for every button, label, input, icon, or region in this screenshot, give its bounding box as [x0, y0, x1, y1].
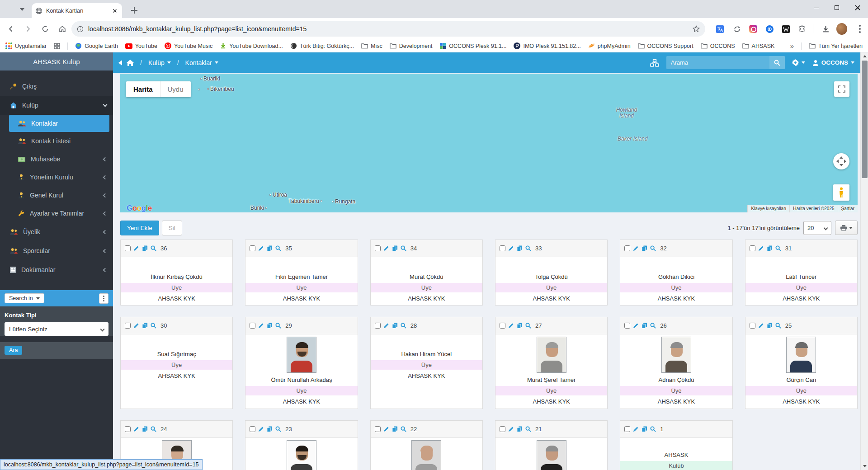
profile-avatar[interactable]	[836, 24, 847, 34]
tab-search-button[interactable]	[16, 4, 28, 15]
breadcrumb-kontaklar[interactable]: Kontaklar	[185, 59, 218, 66]
print-button[interactable]	[835, 221, 858, 235]
bookmark-folder-development[interactable]: Development	[390, 43, 433, 49]
card-checkbox[interactable]	[250, 245, 255, 251]
copy-icon[interactable]	[642, 245, 647, 251]
sidebar-item-dokumanlar[interactable]: Dokümanlar	[0, 260, 113, 279]
browser-menu-icon[interactable]	[854, 24, 865, 34]
bookmark-folder-ahsask[interactable]: AHSASK	[742, 43, 775, 49]
sidebar-item-kontaklar[interactable]: Kontaklar	[9, 115, 109, 132]
scrollbar-thumb[interactable]	[862, 61, 868, 178]
bookmark-folder-occons-support[interactable]: OCCONS Support	[638, 43, 693, 49]
sidebar-item-kulup[interactable]: Kulüp	[0, 96, 113, 115]
home-icon[interactable]	[127, 60, 134, 66]
view-icon[interactable]	[775, 245, 781, 251]
extensions-puzzle-icon[interactable]	[797, 24, 807, 34]
edit-icon[interactable]	[508, 323, 514, 329]
forward-button[interactable]	[22, 23, 34, 35]
edit-icon[interactable]	[133, 323, 139, 329]
grid-shortcut[interactable]	[54, 43, 60, 49]
view-icon[interactable]	[525, 245, 531, 251]
google-logo[interactable]: Google	[127, 204, 152, 212]
sidebar-item-genel-kurul[interactable]: Genel Kurul	[0, 186, 113, 204]
view-icon[interactable]	[401, 323, 406, 329]
search-options-button[interactable]	[99, 293, 108, 304]
search-in-button[interactable]: Search in	[5, 293, 44, 303]
bookmark-youtube-music[interactable]: YouTube Music	[165, 42, 212, 49]
edit-icon[interactable]	[383, 323, 389, 329]
card-checkbox[interactable]	[250, 426, 255, 432]
close-button[interactable]	[847, 0, 868, 15]
card-checkbox[interactable]	[375, 426, 381, 432]
copy-icon[interactable]	[642, 323, 647, 329]
bookmark-phpmyadmin[interactable]: phpMyAdmin	[588, 42, 631, 49]
copy-icon[interactable]	[267, 245, 273, 251]
view-icon[interactable]	[525, 323, 531, 329]
edit-icon[interactable]	[258, 245, 264, 251]
bookmark-folder-occons[interactable]: OCCONS	[701, 43, 735, 49]
edit-icon[interactable]	[508, 245, 514, 251]
view-icon[interactable]	[775, 323, 781, 329]
edit-icon[interactable]	[258, 426, 264, 432]
card-checkbox[interactable]	[624, 426, 630, 432]
wikipedia-extension-icon[interactable]	[780, 24, 791, 34]
edit-icon[interactable]	[258, 323, 264, 329]
settings-dropdown[interactable]	[792, 59, 805, 66]
bookmarks-overflow-button[interactable]: »	[790, 42, 794, 50]
downloads-icon[interactable]	[820, 24, 831, 34]
card-checkbox[interactable]	[375, 323, 381, 329]
sitemap-icon[interactable]	[650, 59, 659, 67]
minimize-button[interactable]	[806, 0, 826, 15]
copy-icon[interactable]	[767, 323, 773, 329]
scroll-up-button[interactable]	[861, 52, 868, 60]
view-icon[interactable]	[151, 426, 156, 432]
map-type-uydu-button[interactable]: Uydu	[160, 81, 191, 97]
edit-icon[interactable]	[383, 426, 389, 432]
copy-icon[interactable]	[642, 426, 647, 432]
view-icon[interactable]	[650, 323, 656, 329]
edit-icon[interactable]	[633, 426, 639, 432]
sidebar-item-kontak-listesi[interactable]: Kontak Listesi	[0, 132, 113, 150]
edit-icon[interactable]	[133, 426, 139, 432]
card-checkbox[interactable]	[624, 245, 630, 251]
instagram-extension-icon[interactable]	[748, 24, 759, 34]
card-checkbox[interactable]	[500, 245, 505, 251]
view-icon[interactable]	[275, 245, 281, 251]
sil-button[interactable]: Sil	[162, 221, 182, 235]
bookmark-youtube[interactable]: YouTube	[125, 43, 157, 49]
keyboard-shortcuts-link[interactable]: Klavye kısayolları	[747, 205, 789, 212]
bookmark-occons-plesk[interactable]: OCCONS Plesk 91.1...	[439, 42, 506, 49]
translate-extension-icon[interactable]	[714, 24, 725, 34]
copy-icon[interactable]	[142, 323, 148, 329]
sidebar-item-uyelik[interactable]: Üyelik	[0, 222, 113, 241]
street-view-pegman[interactable]	[833, 184, 849, 201]
bookmark-turk-bitig[interactable]: Türk Bitig: Göktürkç...	[290, 42, 354, 49]
copy-icon[interactable]	[392, 323, 398, 329]
view-icon[interactable]	[525, 426, 531, 432]
reload-button[interactable]	[39, 23, 52, 35]
card-checkbox[interactable]	[500, 323, 505, 329]
view-icon[interactable]	[401, 426, 406, 432]
back-button[interactable]	[5, 23, 17, 35]
maximize-button[interactable]	[826, 0, 847, 15]
copy-icon[interactable]	[267, 323, 273, 329]
sidebar-item-yonetim-kurulu[interactable]: Yönetim Kurulu	[0, 168, 113, 186]
map-canvas[interactable]: Buariki Bikenibeu HowlandIsland Baker Is…	[120, 74, 858, 212]
edit-icon[interactable]	[133, 245, 139, 251]
new-tab-button[interactable]	[128, 5, 140, 16]
copy-icon[interactable]	[267, 426, 273, 432]
refresh-extension-icon[interactable]	[731, 24, 742, 34]
sidebar-item-cikis[interactable]: Çıkış	[0, 77, 113, 96]
card-checkbox[interactable]	[125, 245, 131, 251]
home-button[interactable]	[56, 23, 69, 35]
view-icon[interactable]	[275, 426, 281, 432]
card-checkbox[interactable]	[750, 323, 755, 329]
vertical-scrollbar[interactable]	[860, 52, 868, 470]
url-text[interactable]: localhost:8086/mkb_kontaklar_kulup_list.…	[88, 25, 688, 33]
map-pan-control[interactable]	[833, 153, 849, 169]
card-checkbox[interactable]	[125, 323, 131, 329]
view-icon[interactable]	[151, 323, 156, 329]
copy-icon[interactable]	[517, 245, 523, 251]
search-input[interactable]	[666, 59, 769, 66]
browser-tab[interactable]: Kontak Kartları	[32, 3, 122, 18]
